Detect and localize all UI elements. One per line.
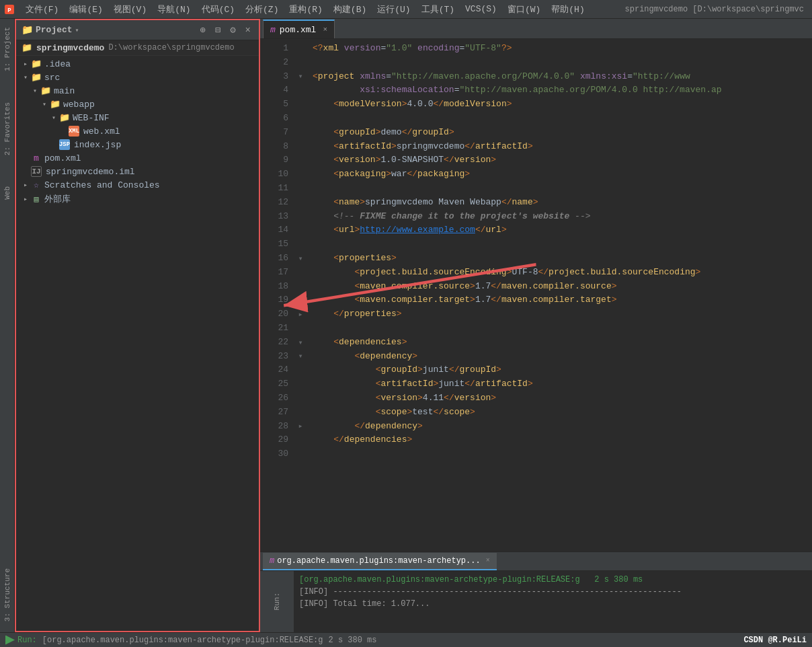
project-folder-icon: 📁 xyxy=(22,42,32,53)
gutter-23[interactable]: ▾ xyxy=(294,350,307,364)
tab-pom-icon: m xyxy=(270,25,276,35)
line-num-22: 22 xyxy=(260,336,288,350)
editor-content: 1 2 3 4 5 6 7 8 9 10 11 12 13 xyxy=(260,39,812,551)
library-icon: ▤ xyxy=(31,194,42,204)
svg-text:P: P xyxy=(7,7,11,14)
line-num-9: 9 xyxy=(260,153,288,167)
sidebar-tab-project[interactable]: 1: Project xyxy=(2,22,13,77)
code-line-4: xsi:schemaLocation="http://maven.apache.… xyxy=(313,83,812,98)
sidebar-tab-web[interactable]: Web xyxy=(2,181,13,205)
app-logo: P xyxy=(3,3,16,16)
gutter-20[interactable]: ▸ xyxy=(294,307,307,321)
panel-settings-btn[interactable]: ⚙ xyxy=(227,23,238,37)
bottom-tab-close-btn[interactable]: × xyxy=(486,557,490,564)
menu-analyze[interactable]: 分析(Z) xyxy=(240,2,284,17)
folder-src-icon: 📁 xyxy=(31,72,42,83)
status-brand: CSDN @R.PeiLi xyxy=(743,636,807,645)
editor-tab-pomxml[interactable]: m pom.xml × xyxy=(263,20,335,38)
menu-edit[interactable]: 编辑(E) xyxy=(64,2,108,17)
log-line-2: [INFO] ---------------------------------… xyxy=(299,586,807,598)
tree-arrow-main xyxy=(31,87,39,95)
code-line-27: <scope>test</scope> xyxy=(313,406,812,420)
tree-item-webxml[interactable]: XML web.xml xyxy=(16,124,259,138)
file-tree: 📁 .idea 📁 src 📁 main xyxy=(16,56,259,631)
code-line-14: <url>http://www.example.com</url> xyxy=(313,223,812,237)
tab-close-btn[interactable]: × xyxy=(323,26,327,34)
menu-window[interactable]: 窗口(W) xyxy=(502,2,546,17)
code-line-23: <dependency> xyxy=(313,350,812,364)
line-num-6: 6 xyxy=(260,112,288,126)
menu-navigate[interactable]: 导航(N) xyxy=(152,2,196,17)
line-num-15: 15 xyxy=(260,237,288,252)
status-time-text: 2 s 380 ms xyxy=(328,636,376,645)
code-line-24: <groupId>junit</groupId> xyxy=(313,363,812,377)
gutter-28[interactable]: ▸ xyxy=(294,420,307,434)
line-num-1: 1 xyxy=(260,42,288,56)
tree-item-scratches[interactable]: ☆ Scratches and Consoles xyxy=(16,178,259,192)
menu-help[interactable]: 帮助(H) xyxy=(546,2,590,17)
tree-item-idea[interactable]: 📁 .idea xyxy=(16,57,259,71)
code-line-8: <artifactId>springmvcdemo</artifactId> xyxy=(313,140,812,154)
code-line-15 xyxy=(313,237,812,252)
menu-tools[interactable]: 工具(T) xyxy=(416,2,460,17)
line-num-5: 5 xyxy=(260,98,288,112)
code-line-19: <maven.compiler.target>1.7</maven.compil… xyxy=(313,293,812,307)
tree-item-pomxml[interactable]: m pom.xml xyxy=(16,151,259,165)
gutter-3[interactable]: ▾ xyxy=(294,70,307,84)
line-num-24: 24 xyxy=(260,363,288,377)
bottom-tab-maven[interactable]: m org.apache.maven.plugins:maven-archety… xyxy=(263,553,497,570)
gutter-24 xyxy=(294,363,307,377)
panel-close-btn[interactable]: × xyxy=(243,24,253,37)
code-line-5: <modelVersion>4.0.0</modelVersion> xyxy=(313,98,812,112)
menu-view[interactable]: 视图(V) xyxy=(108,2,152,17)
gutter-13 xyxy=(294,210,307,224)
tree-item-iml[interactable]: IJ springmvcdemo.iml xyxy=(16,165,259,178)
tree-item-webapp[interactable]: 📁 webapp xyxy=(16,98,259,111)
tree-item-src[interactable]: 📁 src xyxy=(16,71,259,84)
scratch-folder-icon: ☆ xyxy=(31,180,42,190)
panel-sync-btn[interactable]: ⊕ xyxy=(197,23,208,37)
iml-file-icon: IJ xyxy=(31,166,42,177)
tree-item-main[interactable]: 📁 main xyxy=(16,84,259,98)
menu-run[interactable]: 运行(U) xyxy=(372,2,415,17)
code-line-10: <packaging>war</packaging> xyxy=(313,167,812,182)
bottom-content: Run: [org.apache.maven.plugins:maven-arc… xyxy=(260,571,812,632)
sidebar-tab-structure[interactable]: 3: Structure xyxy=(2,563,13,627)
menu-refactor[interactable]: 重构(R) xyxy=(284,2,327,17)
code-line-3: <project xmlns="http://maven.apache.org/… xyxy=(313,70,812,84)
tree-arrow-idea xyxy=(22,60,30,68)
editor-tab-bar: m pom.xml × xyxy=(260,19,812,39)
panel-collapse-btn[interactable]: ⊟ xyxy=(212,23,223,37)
tree-label-webapp: webapp xyxy=(63,100,95,110)
code-area[interactable]: <?xml version="1.0" encoding="UTF-8"?> <… xyxy=(307,39,812,551)
tree-label-src: src xyxy=(44,73,60,83)
menu-build[interactable]: 构建(B) xyxy=(328,2,372,17)
menu-file[interactable]: 文件(F) xyxy=(20,2,64,17)
gutter-22[interactable]: ▾ xyxy=(294,336,307,350)
tree-label-webinf: WEB-INF xyxy=(73,113,110,123)
run-play-icon xyxy=(5,636,15,645)
tree-item-indexjsp[interactable]: JSP index.jsp xyxy=(16,138,259,151)
status-run-button[interactable]: Run: xyxy=(5,636,37,645)
code-line-22: <dependencies> xyxy=(313,336,812,350)
app-container: 1: Project 2: Favorites Web 3: Structure… xyxy=(0,19,812,647)
line-num-29: 29 xyxy=(260,433,288,447)
sidebar-tab-favorites[interactable]: 2: Favorites xyxy=(2,97,13,161)
bottom-tab-label: org.apache.maven.plugins:maven-archetyp.… xyxy=(277,556,480,566)
code-line-12: <name>springmvcdemo Maven Webapp</name> xyxy=(313,196,812,210)
tree-arrow-src xyxy=(22,73,30,81)
code-line-21 xyxy=(313,321,812,336)
line-num-25: 25 xyxy=(260,377,288,391)
menu-code[interactable]: 代码(C) xyxy=(196,2,240,17)
tree-item-webinf[interactable]: 📁 WEB-INF xyxy=(16,111,259,124)
tree-label-iml: springmvcdemo.iml xyxy=(46,167,135,177)
line-num-7: 7 xyxy=(260,126,288,140)
gutter-16[interactable]: ▾ xyxy=(294,252,307,266)
line-numbers: 1 2 3 4 5 6 7 8 9 10 11 12 13 xyxy=(260,39,294,551)
tree-item-extlib[interactable]: ▤ 外部库 xyxy=(16,192,259,206)
panel-actions: ⊕ ⊟ ⚙ × xyxy=(197,23,253,37)
panel-dropdown-icon[interactable]: ▾ xyxy=(75,26,79,34)
project-path: D:\workspace\springmvcdemo xyxy=(108,43,234,52)
folder-main-icon: 📁 xyxy=(40,85,51,96)
menu-vcs[interactable]: VCS(S) xyxy=(460,3,502,15)
